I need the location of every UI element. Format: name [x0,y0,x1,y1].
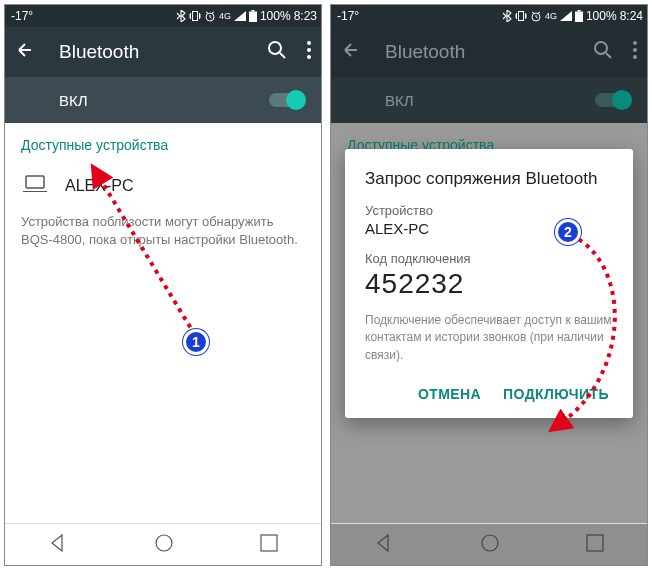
back-icon[interactable] [341,40,361,64]
network-label: 4G [219,11,231,21]
phone-screenshot-1: -17° 4G 100% 8:23 Bluetooth ВКЛ [4,4,322,566]
vibrate-icon [189,10,201,22]
bluetooth-icon [176,10,186,22]
nav-home-icon[interactable] [481,534,499,556]
nav-back-icon[interactable] [48,533,68,557]
signal-icon [560,11,572,21]
status-indicators: 4G 100% 8:24 [502,9,643,23]
svg-rect-2 [249,12,257,23]
svg-rect-14 [577,10,580,12]
battery-icon [249,10,257,22]
nav-recent-icon[interactable] [586,534,604,556]
svg-rect-8 [26,176,44,188]
content-area-dimmed: Доступные устройства Запрос сопряжения B… [331,123,647,523]
nav-home-icon[interactable] [155,534,173,556]
clock: 8:23 [294,9,317,23]
network-label: 4G [545,11,557,21]
svg-point-9 [156,535,172,551]
svg-point-16 [633,41,637,45]
cancel-button[interactable]: ОТМЕНА [418,386,481,402]
back-icon[interactable] [15,40,35,64]
nav-recent-icon[interactable] [260,534,278,556]
status-indicators: 4G 100% 8:23 [176,9,317,23]
navigation-bar [331,523,647,565]
svg-rect-11 [518,12,523,21]
status-temperature: -17° [335,9,359,23]
svg-point-7 [307,55,311,59]
toggle-switch-on[interactable]: .phone:nth-child(3) .switch::after{backg… [595,93,629,107]
alarm-icon [204,10,216,22]
annotation-badge-1: 1 [183,329,209,355]
dialog-title: Запрос сопряжения Bluetooth [365,169,613,189]
nav-back-icon[interactable] [374,533,394,557]
content-area: Доступные устройства ALEX-PC Устройства … [5,123,321,523]
toggle-label: ВКЛ [23,92,269,109]
app-bar: Bluetooth [5,27,321,77]
status-bar: -17° 4G 100% 8:23 [5,5,321,27]
svg-point-19 [482,535,498,551]
phone-screenshot-2: -17° 4G 100% 8:24 Bluetooth ВКЛ .phone:n… [330,4,648,566]
app-bar: Bluetooth [331,27,647,77]
annotation-arrow-1 [85,163,225,343]
laptop-icon [23,175,47,197]
page-title: Bluetooth [385,41,569,63]
svg-rect-10 [261,535,277,551]
toggle-label: ВКЛ [349,92,595,109]
alarm-icon [530,10,542,22]
svg-rect-20 [587,535,603,551]
section-header-available: Доступные устройства [21,137,305,153]
search-icon[interactable] [267,40,287,64]
dialog-device-label: Устройство [365,203,613,218]
bluetooth-toggle-row[interactable]: ВКЛ .phone:nth-child(3) .switch::after{b… [331,77,647,123]
svg-rect-13 [575,12,583,23]
navigation-bar [5,523,321,565]
battery-percent: 100% [586,9,617,23]
svg-point-4 [269,42,281,54]
svg-rect-3 [251,10,254,12]
clock: 8:24 [620,9,643,23]
svg-point-15 [595,42,607,54]
svg-point-5 [307,41,311,45]
vibrate-icon [515,10,527,22]
status-temperature: -17° [9,9,33,23]
overflow-menu-icon[interactable] [307,41,311,63]
svg-point-6 [307,48,311,52]
search-icon[interactable] [593,40,613,64]
status-bar: -17° 4G 100% 8:24 [331,5,647,27]
battery-percent: 100% [260,9,291,23]
svg-rect-0 [192,12,197,21]
overflow-menu-icon[interactable] [633,41,637,63]
bluetooth-toggle-row[interactable]: ВКЛ [5,77,321,123]
annotation-arrow-2 [511,223,641,443]
bluetooth-icon [502,10,512,22]
toggle-switch-on[interactable] [269,93,303,107]
svg-point-17 [633,48,637,52]
battery-icon [575,10,583,22]
svg-point-18 [633,55,637,59]
signal-icon [234,11,246,21]
annotation-badge-2: 2 [555,219,581,245]
page-title: Bluetooth [59,41,243,63]
